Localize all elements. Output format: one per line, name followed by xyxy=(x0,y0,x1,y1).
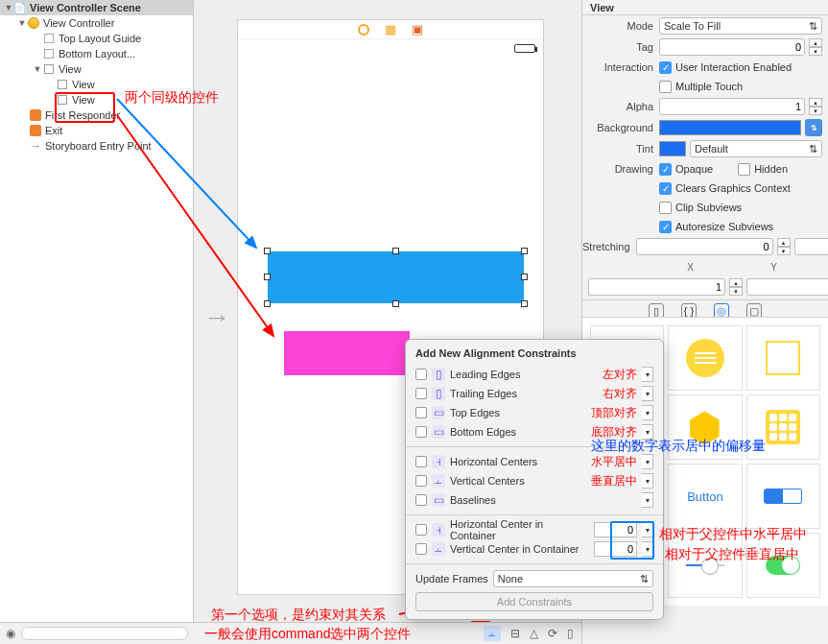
dropdown-icon[interactable]: ▾ xyxy=(642,473,653,489)
baselines-label: Baselines xyxy=(450,494,637,506)
background-color-well[interactable] xyxy=(659,120,801,135)
checkbox[interactable] xyxy=(415,407,427,418)
dropdown-icon[interactable]: ▾ xyxy=(642,386,653,401)
resize-handle[interactable] xyxy=(521,248,528,254)
dropdown-icon[interactable]: ▾ xyxy=(642,405,653,420)
multiple-touch-text: Multiple Touch xyxy=(675,81,743,92)
scene-dock[interactable]: ▦ ▣ xyxy=(238,20,543,39)
resolve-tool-icon[interactable]: △ xyxy=(530,627,538,640)
clip-checkbox[interactable] xyxy=(659,202,672,214)
x-input[interactable] xyxy=(636,238,773,255)
tag-stepper[interactable]: ▲▼ xyxy=(809,38,822,56)
library-button-item[interactable]: Button xyxy=(668,464,742,529)
align-hcenters-row[interactable]: ⫞ Horizontal Centers 水平居中 ▾ xyxy=(415,452,653,471)
mode-label: Mode xyxy=(582,20,659,32)
anno-vcontainer: 相对于父控件垂直居中 xyxy=(665,546,799,563)
selected-blue-view[interactable] xyxy=(268,251,524,303)
scene-title: View Controller Scene xyxy=(30,2,189,13)
tint-select[interactable]: Default⇅ xyxy=(690,140,822,157)
list-icon xyxy=(686,339,724,377)
checkbox[interactable] xyxy=(415,456,427,467)
anno-siblings: 两个同级的控件 xyxy=(125,89,219,107)
resize-handle[interactable] xyxy=(521,300,528,307)
top-guide-label: Top Layout Guide xyxy=(59,33,189,44)
alpha-input[interactable] xyxy=(659,98,805,115)
exit-icon xyxy=(30,125,41,136)
library-segmented-item[interactable] xyxy=(746,464,820,529)
resize-handle[interactable] xyxy=(392,300,399,307)
outline-filter-input[interactable] xyxy=(21,627,188,640)
separator xyxy=(406,514,663,515)
library-view-item[interactable] xyxy=(746,325,820,391)
storyboard-icon: 📄 xyxy=(13,1,27,14)
user-interaction-checkbox[interactable]: ✓ xyxy=(659,61,672,74)
resize-handle[interactable] xyxy=(264,274,271,280)
mode-select[interactable]: Scale To Fill⇅ xyxy=(659,17,822,35)
align-constraints-popover: Add New Alignment Constraints ▯ Leading … xyxy=(405,339,664,620)
align-tool-icon[interactable]: ⫠ xyxy=(484,626,501,641)
h-input[interactable] xyxy=(746,278,828,296)
disclosure-icon[interactable]: ▼ xyxy=(33,64,42,74)
viewcontroller-icon xyxy=(28,17,39,29)
resize-handle[interactable] xyxy=(392,248,399,254)
checkbox[interactable] xyxy=(415,388,427,399)
layout-guide-icon xyxy=(44,49,54,59)
checkbox[interactable] xyxy=(415,475,427,487)
dropdown-icon[interactable]: ▾ xyxy=(642,454,653,469)
checkbox[interactable] xyxy=(415,543,427,555)
view-row[interactable]: ▼ View xyxy=(0,61,193,77)
bottom-guide-row[interactable]: Bottom Layout... xyxy=(0,46,193,61)
filter-icon[interactable]: ◉ xyxy=(6,627,15,640)
vc-dock-icon[interactable] xyxy=(358,24,369,36)
dropdown-icon[interactable]: ▾ xyxy=(642,367,653,382)
library-list-item[interactable] xyxy=(668,325,742,391)
hidden-checkbox[interactable] xyxy=(738,163,750,176)
checkbox[interactable] xyxy=(415,369,427,380)
background-label: Background xyxy=(582,122,659,133)
align-vcenters-row[interactable]: ⫠ Vertical Centers 垂直居中 ▾ xyxy=(415,471,653,490)
checkbox[interactable] xyxy=(415,494,427,506)
multiple-touch-checkbox[interactable] xyxy=(659,81,672,93)
color-dropdown-icon[interactable]: ⇅ xyxy=(805,119,822,136)
checkbox[interactable] xyxy=(415,524,427,536)
horizontal-centers-icon: ⫞ xyxy=(432,455,445,468)
add-constraints-button[interactable]: Add Constraints xyxy=(415,592,653,611)
resize-tool-icon[interactable]: ⟳ xyxy=(548,627,557,640)
update-frames-select[interactable]: None ⇅ xyxy=(493,570,653,587)
inspector-header: View xyxy=(582,0,828,15)
first-responder-dock-icon[interactable]: ▦ xyxy=(385,22,396,36)
vcontainer-label: Vertical Center in Container xyxy=(450,543,589,555)
pin-tool-icon[interactable]: ⊟ xyxy=(510,627,520,640)
resize-handle[interactable] xyxy=(264,300,271,307)
drawing-label: Drawing xyxy=(582,163,659,175)
vc-row[interactable]: ▼ View Controller xyxy=(0,15,193,31)
tint-color-well[interactable] xyxy=(659,141,686,156)
resize-handle[interactable] xyxy=(264,248,271,254)
w-input[interactable] xyxy=(588,278,725,296)
scene-row[interactable]: ▼ 📄 View Controller Scene xyxy=(0,0,193,15)
entry-point-row[interactable]: → Storyboard Entry Point xyxy=(0,138,193,154)
update-frames-row: Update Frames None ⇅ xyxy=(415,569,653,588)
resize-handle[interactable] xyxy=(521,274,528,280)
autoresize-checkbox[interactable]: ✓ xyxy=(659,221,672,233)
align-top-row[interactable]: ▭ Top Edges 顶部对齐 ▾ xyxy=(415,403,653,422)
tag-input[interactable] xyxy=(659,38,805,56)
disclosure-icon[interactable]: ▼ xyxy=(17,18,27,28)
exit-row[interactable]: Exit xyxy=(0,123,193,138)
collapse-icon[interactable]: ▯ xyxy=(567,627,574,640)
exit-dock-icon[interactable]: ▣ xyxy=(412,22,423,36)
alpha-stepper[interactable]: ▲▼ xyxy=(809,98,822,115)
align-leading-row[interactable]: ▯ Leading Edges 左对齐 ▾ xyxy=(415,365,653,384)
checkbox[interactable] xyxy=(415,426,427,438)
pink-view[interactable] xyxy=(284,331,410,375)
clears-checkbox[interactable]: ✓ xyxy=(659,182,672,195)
anno-hcenters-zh: 水平居中 xyxy=(591,454,637,470)
dropdown-icon[interactable]: ▾ xyxy=(642,492,653,508)
top-guide-row[interactable]: Top Layout Guide xyxy=(0,31,193,46)
align-baselines-row[interactable]: ▭ Baselines ▾ xyxy=(415,490,653,510)
x-stepper[interactable]: ▲▼ xyxy=(777,238,791,255)
disclosure-icon[interactable]: ▼ xyxy=(4,3,13,12)
y-input[interactable] xyxy=(794,238,828,255)
opaque-checkbox[interactable]: ✓ xyxy=(659,163,672,176)
align-trailing-row[interactable]: ▯ Trailing Edges 右对齐 ▾ xyxy=(415,384,653,403)
